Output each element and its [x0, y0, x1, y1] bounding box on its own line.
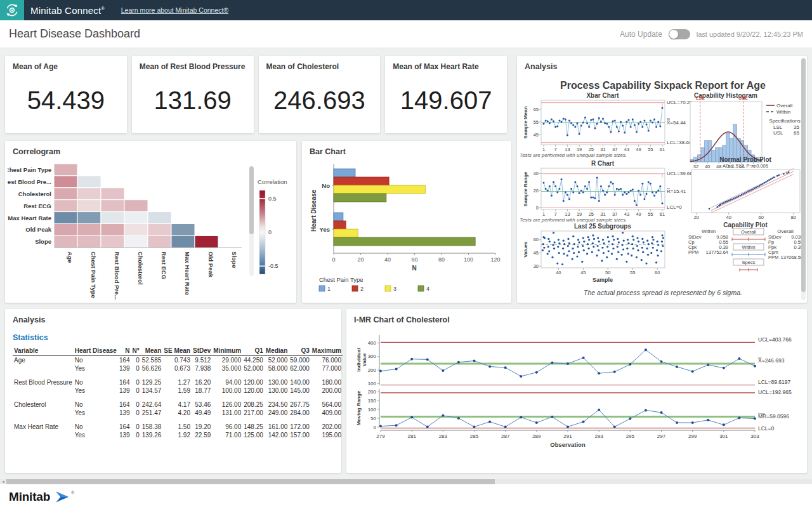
- stats-cell: 200.00: [311, 387, 343, 395]
- stats-cell: 131.00: [212, 409, 242, 417]
- corr-row-label: Old Peak: [25, 226, 51, 233]
- xbar-title: Xbar Chart: [586, 92, 619, 99]
- kpi-value: 149.607: [385, 86, 507, 115]
- stats-cell: 100.00: [212, 387, 242, 395]
- chart-text: 7: [554, 147, 557, 152]
- kpi-label: Mean of Cholesterol: [266, 62, 339, 71]
- minitab-connect-logo[interactable]: [0, 0, 24, 20]
- stats-cell: 120.00: [242, 378, 265, 387]
- statistics-table: VariableHeart DiseaseNN*MeanSE MeanStDev…: [13, 346, 343, 439]
- chart-text: 283: [439, 433, 448, 439]
- chart-text: USL: [773, 130, 783, 136]
- chart-text: LCL=0: [667, 204, 682, 210]
- chart-text: 150: [368, 398, 377, 404]
- corr-cell: [77, 224, 101, 236]
- chart-text: 65: [534, 107, 539, 112]
- stats-cell: 139: [118, 364, 131, 373]
- stats-row: Max Heart RateNo1640158.381.5019.2096.00…: [13, 423, 343, 431]
- learn-more-link[interactable]: Learn more about Minitab Connect®: [121, 6, 228, 14]
- toggle-knob: [669, 30, 678, 39]
- chart-text: 300: [368, 354, 377, 359]
- corr-cell: [77, 212, 101, 224]
- stats-cell: 217.00: [242, 409, 265, 417]
- chart-text: 40: [534, 171, 539, 176]
- stats-cell: 208.25: [242, 400, 265, 409]
- stats-cell: 164: [118, 356, 131, 365]
- center-line-label: MR=59.0596: [758, 413, 789, 420]
- sixpack-scrollbar-thumb[interactable]: [801, 58, 806, 292]
- stats-cell: 161.00: [265, 423, 289, 431]
- chart-text: 55: [630, 270, 635, 275]
- stats-cell: 148.25: [242, 423, 265, 431]
- correlogram-scrollbar[interactable]: [249, 166, 254, 276]
- chart-text: Specs: [742, 260, 756, 265]
- statistics-table: VariableHeart DiseaseNN*MeanSE MeanStDev…: [13, 346, 335, 439]
- stats-cell: 164: [118, 423, 131, 431]
- bar-legend-item: 2: [360, 286, 363, 292]
- stats-cell: 0: [131, 387, 141, 395]
- chart-text: LCL=38.68: [667, 140, 692, 145]
- panel-title: Analysis: [13, 315, 45, 324]
- corr-col-label: Slope: [231, 251, 238, 268]
- chart-text: 13: [565, 211, 570, 217]
- chart-text: PPM: [688, 249, 698, 255]
- stats-row: Rest Blood PressureNo1640129.251.2716.20…: [13, 378, 343, 387]
- stats-cell: 52.000: [242, 364, 265, 373]
- xbar-note: Tests are performed with unequal sample …: [520, 152, 627, 158]
- chart-text: Values: [523, 241, 528, 258]
- chart-text: 40: [705, 164, 710, 169]
- stats-cell: 180.00: [311, 378, 343, 387]
- brand-title: Minitab Connect®: [30, 5, 105, 16]
- stats-cell: 0: [131, 364, 141, 373]
- stats-cell: 16.20: [192, 378, 212, 387]
- chart-text: 31: [600, 147, 605, 152]
- auto-update-toggle[interactable]: [669, 29, 690, 39]
- chart-text: 279: [376, 433, 385, 439]
- stats-col-header: StDev: [192, 346, 212, 356]
- corr-row-label: Cholesterol: [18, 190, 51, 197]
- chart-text: 60: [411, 256, 417, 263]
- corr-cell: [54, 235, 77, 248]
- chart-text: 43: [624, 147, 629, 152]
- chart-text: 0.5: [268, 195, 277, 202]
- stats-col-header: N*: [131, 346, 141, 356]
- chart-text: UCL=39.66: [667, 171, 693, 176]
- bar-chart: 020406080100120NoYesNHeart DiseaseChest …: [306, 156, 510, 301]
- horizontal-scrollbar-thumb[interactable]: [6, 479, 495, 484]
- stats-cell: 234.50: [265, 400, 289, 409]
- stats-cell: 44.250: [242, 356, 265, 365]
- stats-cell: 172.00: [289, 423, 311, 431]
- stats-cell: 77.000: [311, 364, 343, 373]
- horizontal-scrollbar[interactable]: ◂: [0, 479, 812, 484]
- stats-cell: [13, 431, 74, 439]
- chart-text: 50: [605, 270, 610, 275]
- corr-cell: [54, 188, 77, 200]
- kpi-value: 54.439: [5, 86, 127, 115]
- last-updated-text: last updated 9/20/22, 12:45:23 PM: [697, 30, 803, 38]
- chart-text: 301: [719, 433, 728, 439]
- kpi-card-2: Mean of Cholesterol246.693: [259, 56, 381, 133]
- chart-text: Heart Disease: [310, 189, 317, 232]
- stats-cell: 96.00: [212, 423, 242, 431]
- chart-text: Within: [702, 228, 716, 234]
- chart-text: 32: [693, 164, 698, 169]
- stats-col-header: Median: [265, 346, 289, 356]
- corr-cell: [101, 212, 124, 224]
- corr-col-label: Rest ECG: [160, 251, 167, 279]
- stats-cell: [13, 387, 74, 395]
- sixpack-scrollbar[interactable]: [801, 58, 806, 300]
- center-line-label: X=246.693: [758, 357, 785, 364]
- stats-cell: 129.25: [141, 378, 163, 387]
- kpi-card-3: Mean of Max Heart Rate149.607: [385, 56, 507, 133]
- scroll-left-arrow-icon[interactable]: ◂: [0, 479, 6, 484]
- stats-cell: 409.00: [311, 409, 343, 417]
- stats-cell: 134.57: [141, 387, 163, 395]
- stats-col-header: Q3: [289, 346, 311, 356]
- correlogram-scrollbar-thumb[interactable]: [249, 166, 254, 234]
- chart-text: 303: [750, 433, 759, 439]
- stats-cell: 1.50: [162, 423, 192, 431]
- chart-text: 49: [636, 211, 641, 217]
- chart-text: 13: [565, 147, 570, 152]
- corr-cell: [101, 200, 124, 212]
- stats-cell: 59.000: [289, 356, 311, 365]
